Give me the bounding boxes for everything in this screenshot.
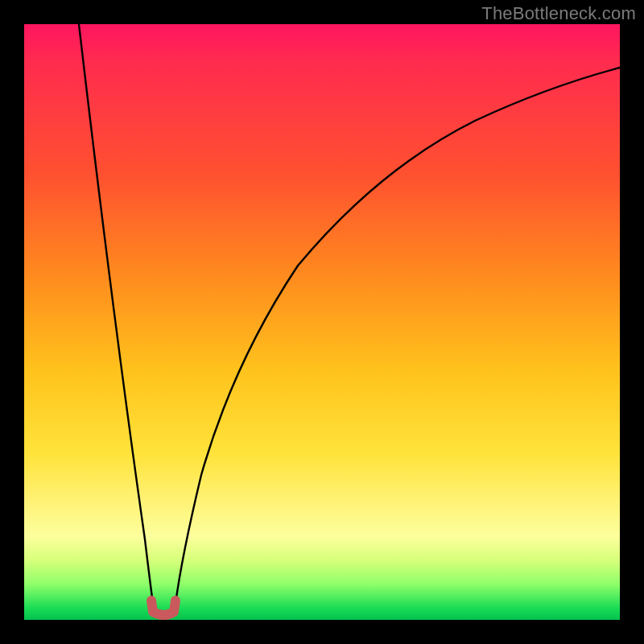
curve-left bbox=[79, 24, 153, 604]
outer-frame: TheBottleneck.com bbox=[0, 0, 644, 644]
chart-svg bbox=[24, 24, 620, 620]
watermark-text: TheBottleneck.com bbox=[481, 3, 636, 24]
plot-area bbox=[24, 24, 620, 620]
curve-right bbox=[175, 68, 620, 604]
minimum-marker bbox=[151, 601, 175, 615]
